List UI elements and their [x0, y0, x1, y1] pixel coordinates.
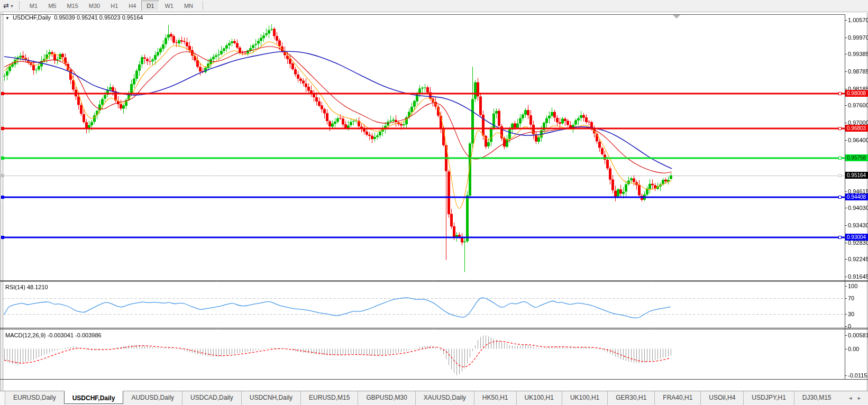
chart-tab-xauusd-daily[interactable]: XAUUSD,Daily	[415, 391, 474, 405]
price-line-badge: 0.96803	[845, 125, 868, 132]
chart-tab-usdcad-daily[interactable]: USDCAD,Daily	[182, 391, 241, 405]
rsi-axis-tick: 100	[848, 283, 857, 289]
tab-scroll-right-icon[interactable]: ►	[857, 395, 862, 401]
timeframe-button-h1[interactable]: H1	[105, 1, 123, 11]
chart-tab-uk100-h1[interactable]: UK100,H1	[516, 391, 562, 405]
price-line-badge: 0.98008	[845, 90, 868, 97]
tab-bar-stub	[0, 391, 5, 405]
price-axis-tick: 0.93430	[848, 222, 868, 228]
timeframe-button-m5[interactable]: M5	[43, 1, 61, 11]
chart-tab-usdcnh-daily[interactable]: USDCNH,Daily	[241, 391, 300, 405]
chart-tab-fra40-h1[interactable]: FRA40,H1	[654, 391, 700, 405]
rsi-axis-tick: 0	[848, 323, 851, 329]
price-chart-canvas[interactable]	[0, 0, 868, 405]
price-axis-tick: 0.91645	[848, 273, 868, 280]
tab-scroll-left-icon[interactable]: ◄	[848, 395, 853, 401]
timeframe-button-h4[interactable]: H4	[123, 1, 141, 11]
chart-tab-hk50-h1[interactable]: HK50,H1	[474, 391, 516, 405]
timeframe-button-w1[interactable]: W1	[159, 1, 179, 11]
chart-shift-icon[interactable]	[673, 15, 680, 19]
chart-tab-dj30-m15[interactable]: DJ30,M15	[794, 391, 839, 405]
price-line-badge: 0.94408	[845, 194, 868, 200]
price-axis-tick: 0.97600	[848, 102, 868, 108]
chart-title: ▼USDCHF,Daily 0.95039 0.95241 0.95023 0.…	[5, 14, 143, 21]
chart-symbol-period: USDCHF,Daily	[13, 14, 51, 21]
macd-indicator-label: MACD(12,26,9) -0.003041 -0.003986	[5, 332, 102, 338]
chart-tab-ger30-h1[interactable]: GER30,H1	[607, 391, 654, 405]
price-axis-tick: 0.96400	[848, 137, 868, 143]
timeframe-button-mn[interactable]: MN	[179, 1, 198, 11]
tab-list: EURUSD,DailyUSDCHF,DailyAUDUSD,DailyUSDC…	[5, 391, 839, 405]
timeframe-button-m30[interactable]: M30	[84, 1, 105, 11]
price-axis[interactable]: 1.005700.999700.993850.987850.981850.976…	[845, 12, 868, 380]
collapse-chart-icon[interactable]: ▼	[5, 16, 10, 21]
timeframe-button-m1[interactable]: M1	[24, 1, 43, 11]
price-line-badge: 0.95164	[845, 172, 868, 179]
chart-tool-icon[interactable]: ⇄	[3, 1, 9, 11]
toolbar-grip[interactable]	[19, 2, 20, 10]
chart-tab-bar: EURUSD,DailyUSDCHF,DailyAUDUSD,DailyUSDC…	[0, 391, 868, 405]
timeframe-button-m15[interactable]: M15	[61, 1, 83, 11]
chart-ohlc-values: 0.95039 0.95241 0.95023 0.95164	[54, 14, 143, 21]
timeframe-button-d1[interactable]: D1	[141, 1, 159, 11]
chart-tab-audusd-daily[interactable]: AUDUSD,Daily	[123, 391, 182, 405]
price-axis-tick: 0.98785	[848, 68, 868, 75]
price-axis-tick: 1.00570	[848, 17, 868, 23]
macd-axis-tick: 0.005818	[848, 332, 868, 338]
price-axis-tick: 0.99970	[848, 34, 868, 41]
chart-tab-uk100-h1[interactable]: UK100,H1	[562, 391, 607, 405]
price-axis-tick: 0.99385	[848, 51, 868, 57]
chart-tab-gbpusd-m30[interactable]: GBPUSD,M30	[358, 391, 415, 405]
price-axis-tick: 0.94030	[848, 205, 868, 211]
chart-tab-eurusd-daily[interactable]: EURUSD,Daily	[5, 391, 64, 405]
rsi-axis-tick: 30	[848, 311, 854, 317]
dropdown-caret-icon[interactable]: ▼	[10, 4, 14, 8]
chart-tab-usoil-h4[interactable]: USOil,H4	[700, 391, 743, 405]
toolbar-separator	[203, 1, 203, 11]
macd-axis-tick: -0.011514	[848, 372, 868, 379]
toolbar: ⇄ ▼ M1M5M15M30H1H4D1W1MN	[0, 0, 868, 12]
rsi-axis-tick: 70	[848, 295, 854, 301]
macd-axis-tick: 0.00	[848, 346, 859, 352]
price-line-badge: 0.95758	[845, 154, 868, 161]
timeframe-group: M1M5M15M30H1H4D1W1MN	[24, 0, 198, 12]
tab-scroll-controls: ◄ ►	[848, 391, 868, 405]
mt4-terminal: { "toolbar": { "tool_icon": "⇄", "caret_…	[0, 0, 868, 405]
price-line-badge: 0.93004	[845, 234, 868, 241]
chart-tab-eurusd-m15[interactable]: EURUSD,M15	[300, 391, 358, 405]
price-axis-tick: 0.92245	[848, 256, 868, 262]
chart-tab-usdchf-daily[interactable]: USDCHF,Daily	[64, 391, 124, 404]
rsi-indicator-label: RSI(14) 48.1210	[5, 284, 48, 290]
chart-tab-usdjpy-h1[interactable]: USDJPY,H1	[743, 391, 793, 405]
